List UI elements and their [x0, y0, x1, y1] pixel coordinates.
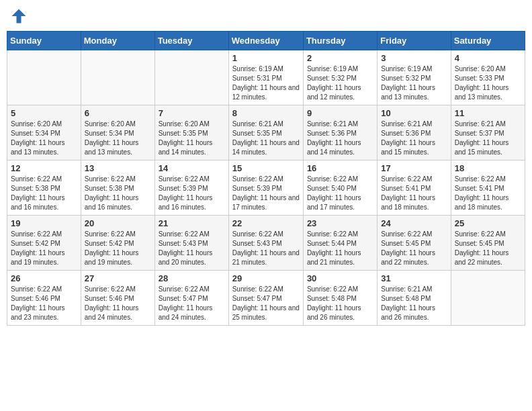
day-number: 23 — [307, 218, 373, 228]
day-info: Sunrise: 6:19 AMSunset: 5:31 PMDaylight:… — [232, 64, 300, 102]
week-row-1: 1Sunrise: 6:19 AMSunset: 5:31 PMDaylight… — [7, 50, 525, 105]
day-number: 10 — [381, 108, 447, 118]
day-info: Sunrise: 6:21 AMSunset: 5:36 PMDaylight:… — [381, 120, 447, 157]
day-number: 11 — [455, 108, 521, 118]
weekday-header-friday: Friday — [378, 32, 451, 50]
day-cell-8: 8Sunrise: 6:21 AMSunset: 5:35 PMDaylight… — [228, 105, 303, 161]
day-cell-9: 9Sunrise: 6:21 AMSunset: 5:36 PMDaylight… — [303, 105, 377, 161]
day-number: 21 — [159, 218, 225, 228]
day-number: 29 — [232, 273, 300, 283]
day-cell-31: 31Sunrise: 6:21 AMSunset: 5:48 PMDayligh… — [378, 271, 451, 326]
day-number: 30 — [307, 273, 373, 283]
day-info: Sunrise: 6:20 AMSunset: 5:33 PMDaylight:… — [455, 64, 521, 102]
day-info: Sunrise: 6:21 AMSunset: 5:36 PMDaylight:… — [307, 120, 373, 157]
weekday-header-tuesday: Tuesday — [154, 32, 228, 50]
day-info: Sunrise: 6:22 AMSunset: 5:41 PMDaylight:… — [381, 175, 447, 212]
day-cell-10: 10Sunrise: 6:21 AMSunset: 5:36 PMDayligh… — [378, 105, 451, 161]
day-info: Sunrise: 6:22 AMSunset: 5:45 PMDaylight:… — [381, 230, 447, 267]
day-cell-5: 5Sunrise: 6:20 AMSunset: 5:34 PMDaylight… — [7, 105, 81, 161]
day-info: Sunrise: 6:20 AMSunset: 5:34 PMDaylight:… — [11, 120, 77, 157]
day-number: 20 — [85, 218, 151, 228]
day-info: Sunrise: 6:20 AMSunset: 5:34 PMDaylight:… — [85, 120, 151, 157]
day-number: 8 — [232, 108, 300, 118]
day-info: Sunrise: 6:22 AMSunset: 5:44 PMDaylight:… — [307, 230, 373, 267]
day-info: Sunrise: 6:21 AMSunset: 5:48 PMDaylight:… — [381, 285, 447, 322]
day-number: 1 — [232, 53, 300, 63]
empty-cell — [7, 50, 81, 105]
day-number: 17 — [381, 163, 447, 173]
day-cell-22: 22Sunrise: 6:22 AMSunset: 5:43 PMDayligh… — [228, 216, 303, 271]
day-number: 6 — [85, 108, 151, 118]
day-info: Sunrise: 6:20 AMSunset: 5:35 PMDaylight:… — [159, 120, 225, 157]
day-cell-25: 25Sunrise: 6:22 AMSunset: 5:45 PMDayligh… — [451, 216, 525, 271]
day-info: Sunrise: 6:19 AMSunset: 5:32 PMDaylight:… — [381, 64, 447, 102]
day-number: 31 — [381, 273, 447, 283]
day-cell-26: 26Sunrise: 6:22 AMSunset: 5:46 PMDayligh… — [7, 271, 81, 326]
day-number: 25 — [455, 218, 521, 228]
day-info: Sunrise: 6:21 AMSunset: 5:35 PMDaylight:… — [232, 120, 300, 157]
day-number: 13 — [85, 163, 151, 173]
day-cell-15: 15Sunrise: 6:22 AMSunset: 5:39 PMDayligh… — [228, 161, 303, 216]
week-row-5: 26Sunrise: 6:22 AMSunset: 5:46 PMDayligh… — [7, 271, 525, 326]
day-info: Sunrise: 6:22 AMSunset: 5:43 PMDaylight:… — [159, 230, 225, 267]
svg-marker-0 — [12, 9, 26, 24]
weekday-header-saturday: Saturday — [451, 32, 525, 50]
day-cell-18: 18Sunrise: 6:22 AMSunset: 5:41 PMDayligh… — [451, 161, 525, 216]
day-info: Sunrise: 6:22 AMSunset: 5:46 PMDaylight:… — [11, 285, 77, 322]
day-cell-29: 29Sunrise: 6:22 AMSunset: 5:47 PMDayligh… — [228, 271, 303, 326]
day-info: Sunrise: 6:22 AMSunset: 5:41 PMDaylight:… — [455, 175, 521, 212]
day-number: 18 — [455, 163, 521, 173]
day-cell-19: 19Sunrise: 6:22 AMSunset: 5:42 PMDayligh… — [7, 216, 81, 271]
day-cell-12: 12Sunrise: 6:22 AMSunset: 5:38 PMDayligh… — [7, 161, 81, 216]
day-info: Sunrise: 6:22 AMSunset: 5:45 PMDaylight:… — [455, 230, 521, 267]
week-row-4: 19Sunrise: 6:22 AMSunset: 5:42 PMDayligh… — [7, 216, 525, 271]
day-number: 5 — [11, 108, 77, 118]
day-cell-14: 14Sunrise: 6:22 AMSunset: 5:39 PMDayligh… — [154, 161, 228, 216]
day-number: 7 — [159, 108, 225, 118]
day-cell-4: 4Sunrise: 6:20 AMSunset: 5:33 PMDaylight… — [451, 50, 525, 105]
day-cell-3: 3Sunrise: 6:19 AMSunset: 5:32 PMDaylight… — [378, 50, 451, 105]
day-info: Sunrise: 6:22 AMSunset: 5:39 PMDaylight:… — [159, 175, 225, 212]
day-info: Sunrise: 6:22 AMSunset: 5:43 PMDaylight:… — [232, 230, 300, 267]
empty-cell — [81, 50, 154, 105]
day-info: Sunrise: 6:22 AMSunset: 5:39 PMDaylight:… — [232, 175, 300, 212]
day-cell-13: 13Sunrise: 6:22 AMSunset: 5:38 PMDayligh… — [81, 161, 154, 216]
day-info: Sunrise: 6:22 AMSunset: 5:42 PMDaylight:… — [85, 230, 151, 267]
day-info: Sunrise: 6:22 AMSunset: 5:38 PMDaylight:… — [85, 175, 151, 212]
weekday-header-sunday: Sunday — [7, 32, 81, 50]
day-number: 19 — [11, 218, 77, 228]
day-cell-28: 28Sunrise: 6:22 AMSunset: 5:47 PMDayligh… — [154, 271, 228, 326]
week-row-2: 5Sunrise: 6:20 AMSunset: 5:34 PMDaylight… — [7, 105, 525, 161]
logo-icon — [9, 7, 28, 26]
day-number: 28 — [159, 273, 225, 283]
day-info: Sunrise: 6:22 AMSunset: 5:38 PMDaylight:… — [11, 175, 77, 212]
day-cell-7: 7Sunrise: 6:20 AMSunset: 5:35 PMDaylight… — [154, 105, 228, 161]
weekday-header-monday: Monday — [81, 32, 154, 50]
weekday-header-thursday: Thursday — [303, 32, 377, 50]
day-info: Sunrise: 6:22 AMSunset: 5:40 PMDaylight:… — [307, 175, 373, 212]
day-info: Sunrise: 6:21 AMSunset: 5:37 PMDaylight:… — [455, 120, 521, 157]
logo — [9, 7, 31, 26]
day-number: 16 — [307, 163, 373, 173]
day-info: Sunrise: 6:22 AMSunset: 5:48 PMDaylight:… — [307, 285, 373, 322]
day-info: Sunrise: 6:19 AMSunset: 5:32 PMDaylight:… — [307, 64, 373, 102]
day-info: Sunrise: 6:22 AMSunset: 5:42 PMDaylight:… — [11, 230, 77, 267]
day-number: 2 — [307, 53, 373, 63]
empty-cell — [154, 50, 228, 105]
day-cell-23: 23Sunrise: 6:22 AMSunset: 5:44 PMDayligh… — [303, 216, 377, 271]
day-number: 15 — [232, 163, 300, 173]
calendar-table: SundayMondayTuesdayWednesdayThursdayFrid… — [7, 31, 525, 326]
day-cell-21: 21Sunrise: 6:22 AMSunset: 5:43 PMDayligh… — [154, 216, 228, 271]
day-info: Sunrise: 6:22 AMSunset: 5:47 PMDaylight:… — [232, 285, 300, 322]
day-number: 3 — [381, 53, 447, 63]
weekday-header-row: SundayMondayTuesdayWednesdayThursdayFrid… — [7, 32, 525, 50]
day-cell-20: 20Sunrise: 6:22 AMSunset: 5:42 PMDayligh… — [81, 216, 154, 271]
day-number: 22 — [232, 218, 300, 228]
day-number: 4 — [455, 53, 521, 63]
day-info: Sunrise: 6:22 AMSunset: 5:46 PMDaylight:… — [85, 285, 151, 322]
day-number: 12 — [11, 163, 77, 173]
day-cell-17: 17Sunrise: 6:22 AMSunset: 5:41 PMDayligh… — [378, 161, 451, 216]
day-cell-30: 30Sunrise: 6:22 AMSunset: 5:48 PMDayligh… — [303, 271, 377, 326]
day-info: Sunrise: 6:22 AMSunset: 5:47 PMDaylight:… — [159, 285, 225, 322]
day-number: 24 — [381, 218, 447, 228]
